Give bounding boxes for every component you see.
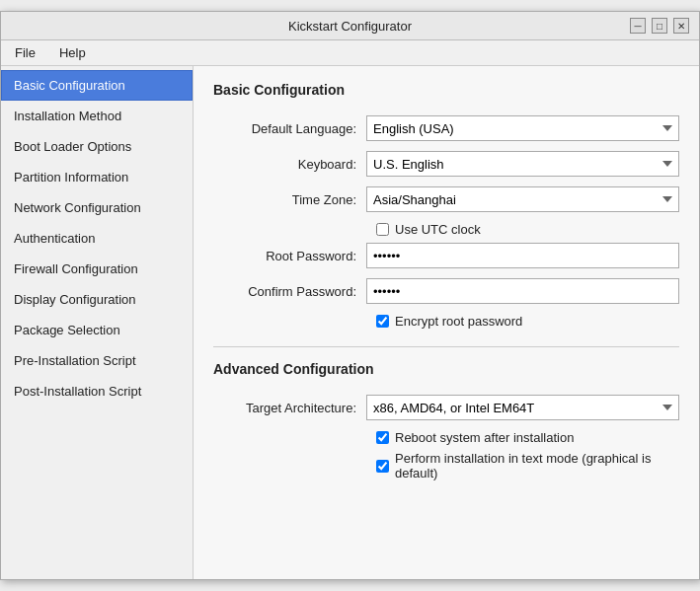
keyboard-select[interactable]: U.S. English (366, 151, 679, 177)
encrypt-root-password-row: Encrypt root password (376, 314, 679, 329)
sidebar-item-basic-configuration[interactable]: Basic Configuration (1, 70, 193, 101)
sidebar-item-pre-installation-script[interactable]: Pre-Installation Script (1, 345, 193, 376)
default-language-select[interactable]: English (USA) (366, 115, 679, 141)
application-window: Kickstart Configurator ─ □ ✕ File Help B… (0, 11, 700, 580)
menubar: File Help (1, 40, 699, 66)
timezone-label: Time Zone: (213, 192, 366, 207)
sidebar-item-post-installation-script[interactable]: Post-Installation Script (1, 376, 193, 406)
keyboard-control: U.S. English (366, 151, 679, 177)
reboot-row: Reboot system after installation (376, 430, 679, 445)
titlebar: Kickstart Configurator ─ □ ✕ (1, 12, 699, 40)
close-button[interactable]: ✕ (673, 18, 689, 34)
sidebar-item-firewall-configuration[interactable]: Firewall Configuration (1, 254, 193, 284)
sidebar-item-authentication[interactable]: Authentication (1, 223, 193, 254)
encrypt-root-password-label[interactable]: Encrypt root password (395, 314, 522, 329)
default-language-control: English (USA) (366, 115, 679, 141)
encrypt-root-password-checkbox[interactable] (376, 315, 389, 328)
sidebar-item-network-configuration[interactable]: Network Configuration (1, 192, 193, 223)
target-arch-control: x86, AMD64, or Intel EM64T (366, 395, 679, 420)
sidebar-item-partition-information[interactable]: Partition Information (1, 162, 193, 192)
sidebar: Basic Configuration Installation Method … (1, 66, 194, 579)
default-language-label: Default Language: (213, 121, 366, 136)
confirm-password-row: Confirm Password: (213, 278, 679, 304)
target-arch-select[interactable]: x86, AMD64, or Intel EM64T (366, 395, 679, 420)
sidebar-item-display-configuration[interactable]: Display Configuration (1, 284, 193, 315)
text-mode-row: Perform installation in text mode (graph… (376, 451, 679, 480)
window-title: Kickstart Configurator (70, 19, 630, 34)
confirm-password-label: Confirm Password: (213, 284, 366, 299)
root-password-input[interactable] (366, 243, 679, 268)
content-area: Basic Configuration Installation Method … (1, 66, 699, 579)
basic-config-title: Basic Configuration (213, 82, 679, 102)
menu-help[interactable]: Help (53, 43, 92, 62)
keyboard-label: Keyboard: (213, 157, 366, 172)
minimize-button[interactable]: ─ (630, 18, 646, 34)
advanced-config-title: Advanced Configuration (213, 361, 679, 381)
reboot-label[interactable]: Reboot system after installation (395, 430, 574, 445)
keyboard-row: Keyboard: U.S. English (213, 151, 679, 177)
section-divider (213, 346, 679, 347)
use-utc-clock-label[interactable]: Use UTC clock (395, 222, 481, 237)
maximize-button[interactable]: □ (652, 18, 667, 34)
sidebar-item-installation-method[interactable]: Installation Method (1, 101, 193, 131)
window-controls: ─ □ ✕ (630, 18, 689, 34)
text-mode-checkbox[interactable] (376, 460, 389, 473)
use-utc-clock-row: Use UTC clock (376, 222, 679, 237)
sidebar-item-package-selection[interactable]: Package Selection (1, 315, 193, 345)
main-panel: Basic Configuration Default Language: En… (194, 66, 699, 579)
sidebar-item-boot-loader-options[interactable]: Boot Loader Options (1, 131, 193, 162)
timezone-select[interactable]: Asia/Shanghai (366, 186, 679, 212)
timezone-control: Asia/Shanghai (366, 186, 679, 212)
use-utc-clock-checkbox[interactable] (376, 223, 389, 236)
text-mode-label[interactable]: Perform installation in text mode (graph… (395, 451, 679, 480)
reboot-checkbox[interactable] (376, 431, 389, 444)
root-password-label: Root Password: (213, 249, 366, 263)
root-password-row: Root Password: (213, 243, 679, 268)
timezone-row: Time Zone: Asia/Shanghai (213, 186, 679, 212)
advanced-config-section: Advanced Configuration Target Architectu… (213, 346, 679, 480)
root-password-control (366, 243, 679, 268)
default-language-row: Default Language: English (USA) (213, 115, 679, 141)
target-arch-label: Target Architecture: (213, 401, 366, 415)
menu-file[interactable]: File (9, 43, 41, 62)
confirm-password-input[interactable] (366, 278, 679, 304)
confirm-password-control (366, 278, 679, 304)
target-arch-row: Target Architecture: x86, AMD64, or Inte… (213, 395, 679, 420)
